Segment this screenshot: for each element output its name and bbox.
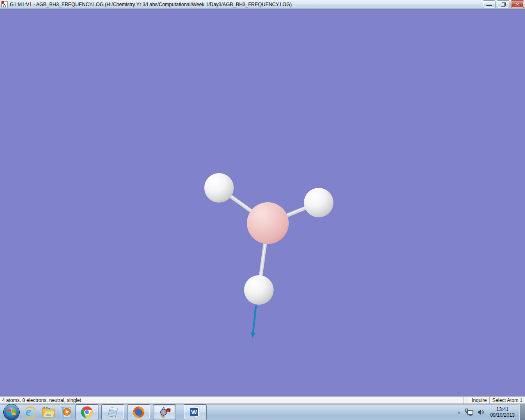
- volume-icon[interactable]: [477, 409, 485, 415]
- status-spacer-1: [463, 397, 466, 404]
- taskbar-item-windows-explorer[interactable]: [39, 404, 57, 420]
- chrome-icon: [81, 406, 93, 418]
- close-icon: [515, 2, 520, 6]
- taskbar-item-chrome[interactable]: [75, 404, 98, 420]
- minimize-button[interactable]: [483, 0, 495, 8]
- folder-icon: [42, 407, 55, 418]
- hydrogen-atom: [244, 275, 274, 305]
- gaussview-window: G1:M1:V1 - AGB_BH3_FREQUENCY.LOG (H:/Che…: [0, 0, 525, 420]
- restore-button[interactable]: [497, 0, 509, 8]
- bh3-molecule: [0, 9, 525, 396]
- window-title: G1:M1:V1 - AGB_BH3_FREQUENCY.LOG (H:/Che…: [10, 1, 479, 7]
- molecule-viewport[interactable]: [0, 9, 525, 396]
- displacement-vector-arrow: [251, 306, 256, 338]
- minimize-icon: [486, 5, 492, 6]
- show-desktop-button[interactable]: [519, 404, 525, 420]
- media-player-icon: [60, 406, 73, 418]
- taskbar-item-firefox[interactable]: [127, 404, 150, 420]
- taskbar: e: [0, 404, 525, 420]
- boron-atom: [247, 202, 289, 244]
- gaussview-icon: [158, 406, 171, 418]
- windows-flag-icon: [7, 409, 16, 416]
- tray-time: 13:41: [490, 406, 515, 412]
- atom-group: [204, 173, 333, 305]
- taskbar-item-word[interactable]: W: [184, 404, 207, 420]
- restore-icon: [501, 2, 506, 7]
- taskbar-item-internet-explorer[interactable]: e: [21, 404, 39, 420]
- taskbar-item-notepad[interactable]: [101, 404, 124, 420]
- hydrogen-atom: [304, 188, 333, 217]
- word-icon: W: [189, 406, 201, 418]
- notepad-icon: [107, 406, 119, 418]
- status-selection: Select Atom 1: [489, 397, 525, 404]
- firefox-icon: [132, 406, 145, 418]
- gaussview-file-icon: [1, 1, 8, 7]
- system-tray: ▲ 13:41 09/10/: [455, 404, 525, 420]
- start-button[interactable]: [3, 404, 20, 420]
- status-bar: 4 atoms, 8 electrons, neutral, singlet I…: [0, 396, 525, 404]
- network-icon[interactable]: [465, 409, 473, 416]
- close-button[interactable]: [511, 0, 524, 8]
- clock[interactable]: 13:41 09/10/2013: [487, 406, 519, 418]
- svg-text:W: W: [191, 409, 197, 415]
- tray-date: 09/10/2013: [490, 412, 515, 418]
- hydrogen-atom: [204, 173, 234, 203]
- title-bar[interactable]: G1:M1:V1 - AGB_BH3_FREQUENCY.LOG (H:/Che…: [0, 0, 525, 9]
- molecule-summary: 4 atoms, 8 electrons, neutral, singlet: [0, 397, 463, 403]
- taskbar-item-gaussview[interactable]: [153, 404, 176, 420]
- status-spacer-2: [466, 397, 469, 404]
- internet-explorer-icon: e: [24, 406, 37, 418]
- taskbar-item-media-player[interactable]: [57, 404, 75, 420]
- show-hidden-icons-button[interactable]: ▲: [455, 411, 463, 414]
- status-mode: Inquire: [469, 397, 489, 404]
